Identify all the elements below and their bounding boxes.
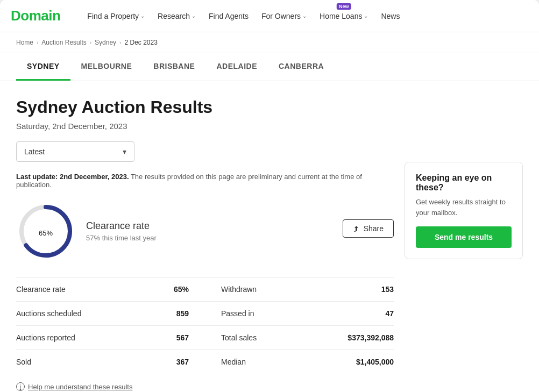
nav-for-owners-chevron: ⌄ — [302, 13, 307, 19]
nav-news[interactable]: News — [375, 8, 405, 25]
sidebar: Keeping an eye on these? Get weekly resu… — [405, 97, 523, 391]
breadcrumb-date: 2 Dec 2023 — [124, 39, 157, 46]
city-tabs: SYDNEY MELBOURNE BRISBANE ADELAIDE CANBE… — [0, 53, 539, 81]
help-link[interactable]: i Help me understand these results — [16, 382, 394, 391]
share-button[interactable]: ⮭ Share — [343, 219, 394, 238]
breadcrumb: Home › Auction Results › Sydney › 2 Dec … — [0, 32, 539, 53]
tab-adelaide[interactable]: ADELAIDE — [205, 53, 268, 81]
breadcrumb-sep-2: › — [90, 40, 91, 46]
date-dropdown[interactable]: Latest ▾ — [16, 141, 134, 162]
stats-grid: Clearance rate 65% Auctions scheduled 85… — [16, 277, 394, 374]
breadcrumb-home[interactable]: Home — [16, 39, 33, 46]
stat-total-sales: Total sales $373,392,088 — [205, 326, 394, 350]
stat-median: Median $1,405,000 — [205, 350, 394, 374]
nav-find-agents[interactable]: Find Agents — [203, 8, 254, 25]
clearance-rate-sub: 57% this time last year — [86, 234, 157, 242]
breadcrumb-auction-results[interactable]: Auction Results — [41, 39, 86, 46]
nav-research[interactable]: Research ⌄ — [152, 8, 201, 25]
stats-right-col: Withdrawn 153 Passed in 47 Total sales $… — [205, 277, 394, 374]
clearance-rate-display: 65% — [39, 224, 53, 239]
breadcrumb-sydney[interactable]: Sydney — [95, 39, 116, 46]
last-update-text: Last update: 2nd December, 2023. The res… — [16, 173, 394, 189]
stat-clearance-rate: Clearance rate 65% — [16, 277, 205, 302]
dropdown-label: Latest — [24, 147, 45, 156]
dropdown-arrow-icon: ▾ — [123, 147, 126, 156]
last-update-label: Last update: 2nd December, 2023. — [16, 173, 129, 181]
stat-auctions-scheduled: Auctions scheduled 859 — [16, 302, 205, 326]
send-results-button[interactable]: Send me results — [416, 226, 512, 248]
nav-research-chevron: ⌄ — [192, 13, 196, 19]
stat-sold: Sold 367 — [16, 350, 205, 374]
page-title: Sydney Auction Results — [16, 97, 394, 117]
tab-canberra[interactable]: CANBERRA — [268, 53, 335, 81]
tab-brisbane[interactable]: BRISBANE — [143, 53, 205, 81]
help-text: Help me understand these results — [28, 383, 132, 391]
nav-for-owners[interactable]: For Owners ⌄ — [256, 8, 312, 25]
email-signup-card: Keeping an eye on these? Get weekly resu… — [405, 162, 523, 259]
page-subtitle: Saturday, 2nd December, 2023 — [16, 122, 394, 131]
info-icon: i — [16, 382, 25, 391]
card-title: Keeping an eye on these? — [416, 173, 512, 193]
tab-sydney[interactable]: SYDNEY — [16, 53, 70, 81]
site-logo[interactable]: Domain — [11, 8, 60, 24]
main-nav: Find a Property ⌄ Research ⌄ Find Agents… — [82, 8, 528, 25]
new-badge: New — [337, 3, 351, 10]
nav-home-loans[interactable]: New Home Loans ⌄ — [314, 8, 373, 25]
breadcrumb-sep-1: › — [37, 40, 38, 46]
stat-passed-in: Passed in 47 — [205, 302, 394, 326]
clearance-circle: 65% — [16, 202, 75, 261]
nav-find-property[interactable]: Find a Property ⌄ — [82, 8, 150, 25]
stat-withdrawn: Withdrawn 153 — [205, 277, 394, 302]
stats-left-col: Clearance rate 65% Auctions scheduled 85… — [16, 277, 205, 374]
clearance-rate-label: Clearance rate — [86, 220, 157, 232]
share-icon: ⮭ — [353, 224, 360, 233]
tab-melbourne[interactable]: MELBOURNE — [70, 53, 143, 81]
card-desc: Get weekly results straight to your mail… — [416, 197, 512, 218]
stat-auctions-reported: Auctions reported 567 — [16, 326, 205, 350]
nav-find-property-chevron: ⌄ — [140, 13, 145, 19]
clearance-section: 65% Clearance rate 57% this time last ye… — [16, 202, 394, 261]
nav-home-loans-chevron: ⌄ — [364, 13, 368, 19]
breadcrumb-sep-3: › — [119, 40, 121, 46]
